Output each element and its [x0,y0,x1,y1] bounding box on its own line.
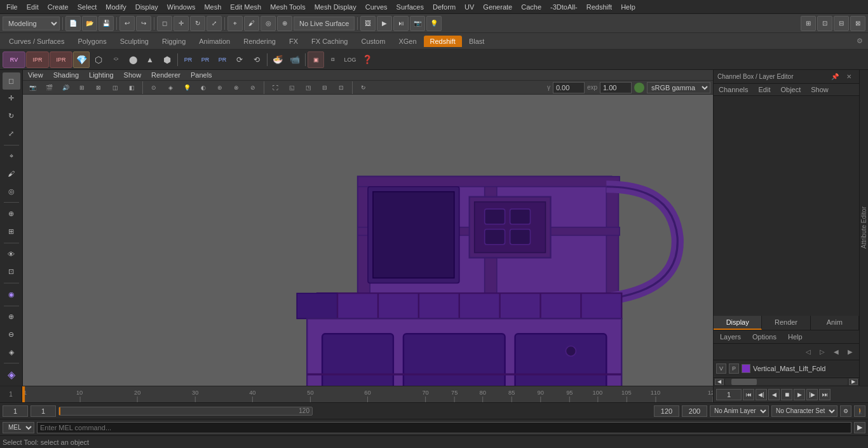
viewport-menu-lighting[interactable]: Lighting [86,70,116,80]
script-type-select[interactable]: MEL Python [3,422,34,433]
soft-sel-btn[interactable]: ◎ [261,16,276,31]
menu-create[interactable]: Create [44,2,72,12]
rs-light-btn[interactable]: 💎 [73,51,90,68]
render-view-btn[interactable]: 🖼 [360,16,376,31]
step-fwd-btn[interactable]: |▶ [806,389,818,400]
go-start-btn[interactable]: ⏮ [743,389,754,400]
script-exec-btn[interactable]: ▶ [854,422,865,433]
rs-shape-btn[interactable]: ⬡ [90,51,107,68]
menu-mesh-tools[interactable]: Mesh Tools [266,2,309,12]
undo-btn[interactable]: ↩ [119,16,135,31]
step-back-btn[interactable]: ◀| [756,389,767,400]
tab-curves-surfaces[interactable]: Curves / Surfaces [3,36,71,47]
anim-walk-btn[interactable]: 🚶 [854,405,865,417]
viewport-menu-show[interactable]: Show [121,70,144,80]
menu-3dto[interactable]: -3DtoAll- [546,2,581,12]
frame-end-input[interactable] [31,405,56,417]
snap-edge-btn[interactable]: ⊞ [3,223,20,240]
timeline-progress-bar[interactable]: 120 [58,407,313,416]
rs-log-btn[interactable]: LOG [342,51,358,68]
viewport-3d[interactable]: persp X Y Z [23,95,713,386]
res-btn[interactable]: ⊟ [318,81,332,95]
menu-display[interactable]: Display [132,2,162,12]
scale-btn[interactable]: ⤢ [207,16,222,31]
lights-mode-btn[interactable]: 💡 [180,81,194,95]
rs-material-btn[interactable]: ◉ [3,286,20,303]
aa-btn[interactable]: ⊗ [229,81,243,95]
lasso-btn[interactable]: ⌖ [227,16,243,31]
new-file-btn[interactable]: 📄 [65,16,81,31]
menu-curves[interactable]: Curves [362,2,391,12]
menu-redshift[interactable]: Redshift [583,2,616,12]
script-input[interactable] [37,422,851,433]
go-end-btn[interactable]: ⏭ [819,389,831,400]
new-btn[interactable]: ⊕ [3,308,20,325]
menu-help[interactable]: Help [617,2,639,12]
paint-btn[interactable]: 🖌 [244,16,259,31]
motion-blur-btn[interactable]: ⊘ [246,81,260,95]
frame-start-input[interactable] [3,405,28,417]
tab-fx[interactable]: FX [283,36,304,47]
rotate-tool-btn[interactable]: ↻ [3,107,20,125]
sel-btn[interactable]: ◈ [3,344,20,361]
manip-btn[interactable]: ⛶ [268,81,282,95]
display-tab[interactable]: Display [714,316,762,330]
channels-edit-tab[interactable]: Edit [753,84,775,95]
lasso-tool-btn[interactable]: ⌖ [3,148,20,165]
menu-surfaces[interactable]: Surfaces [393,2,428,12]
no-live-surface-btn[interactable]: No Live Surface [294,17,355,31]
rs-iprr-btn[interactable]: IPR [50,51,72,68]
tab-custom[interactable]: Custom [355,36,392,47]
shaded-btn[interactable]: ◧ [125,81,139,95]
save-file-btn[interactable]: 💾 [98,16,114,31]
current-frame-input[interactable] [716,389,742,400]
menu-edit-mesh[interactable]: Edit Mesh [226,2,265,12]
timeline-ruler[interactable]: 1 10 20 30 40 50 60 70 75 80 8 [22,386,713,402]
shadow-btn[interactable]: ◐ [196,81,210,95]
channels-object-tab[interactable]: Object [775,84,806,95]
xray-btn[interactable]: ⊙ [147,81,161,95]
menu-mesh-display[interactable]: Mesh Display [311,2,360,12]
open-file-btn[interactable]: 📂 [82,16,97,31]
redo-btn[interactable]: ↪ [136,16,151,31]
menu-edit[interactable]: Edit [23,2,43,12]
options-subtab[interactable]: Options [747,332,782,342]
film-btn[interactable]: 🎬 [42,81,56,95]
layer-color-swatch[interactable] [742,364,750,373]
wire-btn[interactable]: ◫ [108,81,122,95]
rs-arrow1-btn[interactable]: ⬢ [159,51,175,68]
rs-aov-btn[interactable]: ▣ [308,51,324,68]
rs-dome-btn[interactable]: ⌔ [107,51,124,68]
hud-btn[interactable]: ◱ [285,81,299,95]
tab-xgen[interactable]: XGen [392,36,423,47]
scroll-left-btn[interactable]: ◀ [715,379,724,385]
workspace-select[interactable]: Modeling [3,17,60,31]
menu-modify[interactable]: Modify [102,2,130,12]
select-btn[interactable]: ◻ [157,16,172,31]
layer-visibility-btn[interactable]: V [716,363,726,374]
rs-pr2-btn[interactable]: PR [197,51,214,68]
viewport-menu-renderer[interactable]: Renderer [149,70,183,80]
rs-help-btn[interactable]: ❓ [359,51,376,68]
no-anim-layer-select[interactable]: No Anim Layer [710,405,769,417]
scroll-right-btn[interactable]: ▶ [849,379,858,385]
panel-btn-2[interactable]: ⊡ [817,16,832,31]
gamma-value-input[interactable]: 0.00 [553,82,585,93]
scale-tool-btn[interactable]: ⤢ [3,125,20,142]
panel-pin-btn[interactable]: 📌 [829,71,841,83]
rs-pass-btn[interactable]: ⧈ [325,51,341,68]
tab-redshift[interactable]: Redshift [424,36,462,47]
menu-uv[interactable]: UV [461,2,478,12]
menu-select[interactable]: Select [74,2,101,12]
comp-btn[interactable]: ⊖ [3,326,20,343]
ipr-btn[interactable]: ▶ [377,16,392,31]
panel-close-btn[interactable]: ✕ [843,71,855,83]
menu-deform[interactable]: Deform [429,2,459,12]
gate-btn[interactable]: ◳ [301,81,315,95]
menu-mesh[interactable]: Mesh [200,2,225,12]
shading-mode-btn[interactable]: ◈ [163,81,177,95]
attribute-editor-tab[interactable]: Attribute Editor [859,70,868,386]
select-tool-btn[interactable]: ◻ [3,72,20,90]
tab-animation[interactable]: Animation [193,36,236,47]
rs-icon-btn[interactable]: ◈ [3,366,20,383]
